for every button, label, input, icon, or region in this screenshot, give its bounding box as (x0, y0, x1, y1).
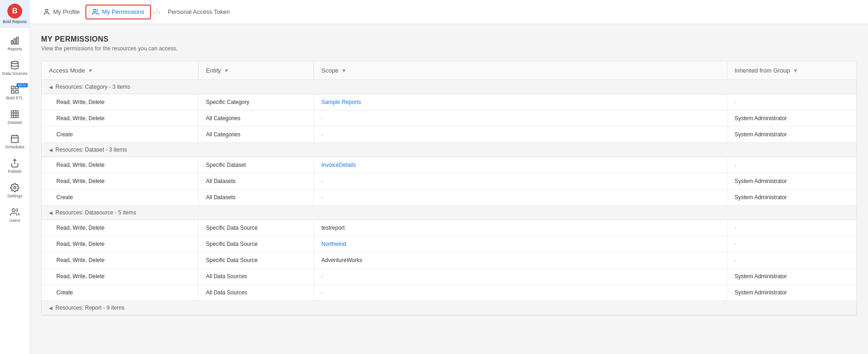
scope-filter-icon[interactable]: ▼ (341, 67, 347, 74)
cell-scope: InvoiceDetails (314, 157, 727, 173)
cell-entity: All Data Sources (199, 285, 314, 300)
sidebar-item-users[interactable]: Users (0, 203, 30, 227)
nav-divider: ‹/› (153, 7, 161, 17)
svg-point-13 (45, 9, 48, 12)
cell-entity: Specific Data Source (199, 252, 314, 268)
cell-inherited: System Administrator (727, 110, 856, 126)
cell-access-mode: Read, Write, Delete (42, 173, 199, 189)
table-row: Read, Write, Delete Specific Data Source… (42, 220, 856, 236)
cell-scope: - (314, 269, 727, 284)
personal-access-token-nav[interactable]: Personal Access Token (163, 6, 235, 18)
cell-access-mode: Read, Write, Delete (42, 110, 199, 126)
group-category-arrow: ◀ (49, 85, 53, 90)
cell-entity: Specific Dataset (199, 157, 314, 173)
access-mode-filter-icon[interactable]: ▼ (88, 67, 93, 74)
cell-inherited: System Administrator (727, 269, 856, 284)
top-nav: My Profile My Permissions ‹/› Personal A… (30, 0, 868, 24)
cell-access-mode: Read, Write, Delete (42, 220, 199, 236)
app-name: Bold Reports (3, 19, 27, 24)
cell-inherited: System Administrator (727, 285, 856, 300)
calendar-icon (10, 134, 19, 143)
table-row: Read, Write, Delete All Data Sources - S… (42, 269, 856, 285)
group-category[interactable]: ◀ Resources: Category - 3 items (42, 80, 856, 94)
cell-access-mode: Create (42, 285, 199, 300)
sidebar-item-dataset[interactable]: Dataset (0, 105, 30, 129)
personal-access-token-label: Personal Access Token (168, 8, 230, 15)
cell-access-mode: Read, Write, Delete (42, 157, 199, 173)
cell-entity: Specific Category (199, 94, 314, 110)
table-row: Create All Categories - System Administr… (42, 127, 856, 143)
inherited-filter-icon[interactable]: ▼ (793, 67, 798, 74)
cell-inherited: - (727, 157, 856, 173)
cell-entity: All Data Sources (199, 269, 314, 284)
page-title: MY PERMISSIONS (41, 35, 857, 43)
group-datasource[interactable]: ◀ Resources: Datasource - 5 items (42, 206, 856, 220)
grid-icon (10, 110, 19, 119)
cell-access-mode: Read, Write, Delete (42, 269, 199, 284)
svg-point-11 (14, 187, 16, 189)
table-header: Access Mode ▼ Entity ▼ Scope ▼ Inherited… (42, 61, 856, 80)
svg-rect-4 (12, 86, 14, 89)
my-permissions-nav[interactable]: My Permissions (85, 5, 151, 19)
cell-entity: Specific Data Source (199, 220, 314, 236)
cell-scope: - (314, 173, 727, 189)
group-datasource-arrow: ◀ (49, 210, 53, 215)
cell-entity: All Datasets (199, 189, 314, 205)
group-dataset[interactable]: ◀ Resources: Dataset - 3 items (42, 143, 856, 157)
my-permissions-label: My Permissions (102, 8, 145, 15)
sidebar-item-boldetl-label: Bold ETL (6, 96, 23, 100)
scope-link[interactable]: Sample Reports (321, 99, 361, 105)
svg-point-14 (93, 9, 96, 12)
user-icon (43, 8, 50, 16)
cell-inherited: - (727, 220, 856, 236)
cell-scope: AdventureWorks (314, 252, 727, 268)
sidebar-item-notifications[interactable] (13, 340, 17, 349)
entity-filter-icon[interactable]: ▼ (224, 67, 229, 74)
app-logo[interactable]: B Bold Reports (0, 0, 30, 28)
group-datasource-label: Resources: Datasource - 5 items (55, 209, 136, 216)
table-row: Read, Write, Delete All Categories - Sys… (42, 110, 856, 127)
group-report[interactable]: ◀ Resources: Report - 9 items (42, 301, 856, 315)
sidebar-item-schedules[interactable]: Schedules (0, 129, 30, 154)
cell-access-mode: Create (42, 127, 199, 142)
cell-inherited: System Administrator (727, 173, 856, 189)
cell-inherited: - (727, 94, 856, 110)
cell-entity: Specific Data Source (199, 236, 314, 252)
cell-scope: Sample Reports (314, 94, 727, 110)
sidebar-item-boldetl[interactable]: Bold ETL BETA (0, 80, 30, 105)
col-scope: Scope ▼ (314, 61, 727, 79)
scope-link[interactable]: InvoiceDetails (321, 162, 356, 168)
cell-access-mode: Create (42, 189, 199, 205)
table-row: Read, Write, Delete Specific Data Source… (42, 252, 856, 269)
my-profile-nav[interactable]: My Profile (37, 6, 85, 18)
sidebar-item-settings[interactable]: Settings (0, 178, 30, 203)
sidebar-item-datasources[interactable]: Data Sources (0, 56, 30, 80)
group-report-arrow: ◀ (49, 305, 53, 311)
svg-rect-7 (12, 91, 14, 93)
sidebar-item-reports[interactable]: Reports (0, 31, 30, 56)
col-entity-label: Entity (206, 67, 221, 74)
settings-icon (10, 183, 19, 192)
cell-entity: All Datasets (199, 173, 314, 189)
cell-entity: All Categories (199, 110, 314, 126)
cell-scope: - (314, 110, 727, 126)
sidebar-item-settings-label: Settings (7, 194, 23, 198)
table-row: Read, Write, Delete All Datasets - Syste… (42, 173, 856, 189)
page-content: MY PERMISSIONS View the permissions for … (30, 24, 868, 354)
svg-rect-1 (14, 39, 15, 44)
sidebar-item-publish[interactable]: Publish (0, 154, 30, 178)
sidebar-bottom (13, 340, 17, 354)
table-row: Create All Data Sources - System Adminis… (42, 285, 856, 301)
scope-link[interactable]: Northwind (321, 241, 346, 247)
chart-bar-icon (10, 36, 19, 45)
sidebar-nav: Reports Data Sources Bold ETL BETA Datas… (0, 28, 30, 340)
sidebar: B Bold Reports Reports Data Sources Bold… (0, 0, 30, 354)
table-row: Read, Write, Delete Specific Data Source… (42, 236, 856, 252)
sidebar-item-schedules-label: Schedules (5, 145, 24, 149)
cell-inherited: System Administrator (727, 127, 856, 142)
cell-scope: - (314, 189, 727, 205)
my-profile-label: My Profile (53, 8, 80, 15)
cell-inherited: - (727, 236, 856, 252)
group-dataset-label: Resources: Dataset - 3 items (55, 146, 127, 153)
svg-rect-6 (16, 91, 18, 93)
